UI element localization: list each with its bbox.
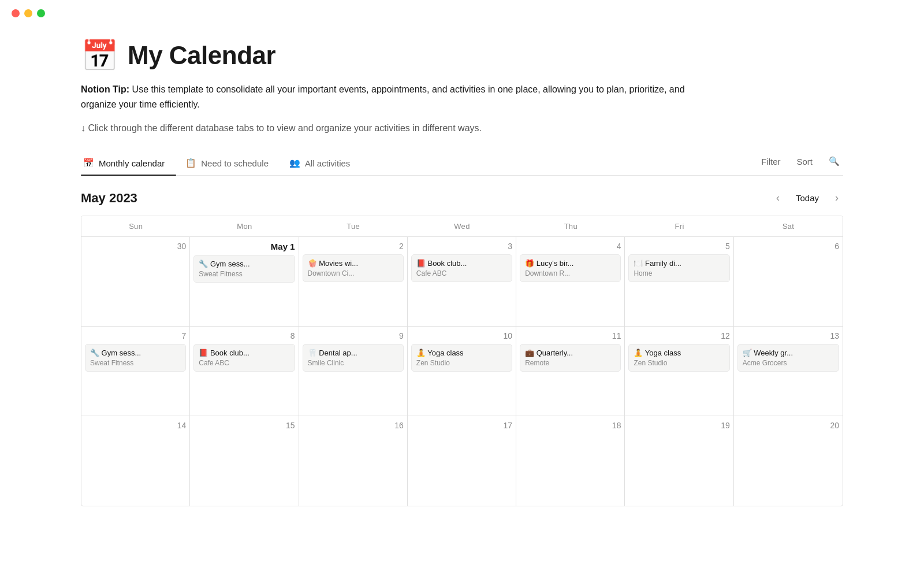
date-may9: 9 [303, 331, 404, 340]
cal-cell-may20: 20 [734, 416, 843, 506]
main-content: 📅 My Calendar Notion Tip: Use this templ… [0, 17, 924, 529]
day-sun: Sun [81, 216, 190, 236]
tab-monthly-label: Monthly calendar [99, 158, 165, 168]
page-header: 📅 My Calendar [81, 40, 843, 71]
date-may14: 14 [85, 421, 186, 430]
cal-cell-may8: 8 📕 Book club... Cafe ABC [190, 327, 299, 416]
tab-need-to-schedule[interactable]: 📋 Need to schedule [183, 152, 280, 175]
event-title-bookclub-may8: 📕 Book club... [199, 349, 289, 357]
event-loc-bookclub-may3: Cafe ABC [416, 269, 507, 277]
event-loc-dental: Smile Clinic [308, 359, 398, 367]
minimize-button[interactable] [24, 9, 32, 17]
tabs-left: 📅 Monthly calendar 📋 Need to schedule 👥 … [81, 152, 758, 175]
day-thu: Thu [516, 216, 625, 236]
traffic-lights [12, 9, 45, 17]
event-loc-quarterly: Remote [525, 359, 616, 367]
date-may18: 18 [520, 421, 621, 430]
calendar-month-title: May 2023 [81, 191, 137, 206]
day-mon: Mon [190, 216, 299, 236]
cal-cell-may11: 11 💼 Quarterly... Remote [516, 327, 625, 416]
date-may8: 8 [193, 331, 295, 340]
event-familydinner-may5[interactable]: 🍽️ Family di... Home [628, 254, 729, 282]
event-title-yoga-may12: 🧘 Yoga class [634, 349, 724, 357]
date-may16: 16 [303, 421, 404, 430]
event-title-yoga-may10: 🧘 Yoga class [416, 349, 507, 357]
cal-cell-may2: 2 🍿 Movies wi... Downtown Ci... [299, 237, 408, 327]
calendar-body: 30 May 1 🔧 Gym sess... Sweat Fitness 2 🍿… [81, 237, 843, 506]
notion-tip-label: Notion Tip: [81, 84, 129, 94]
cal-cell-may16: 16 [299, 416, 408, 506]
tab-monthly-calendar[interactable]: 📅 Monthly calendar [81, 152, 176, 175]
filter-button[interactable]: Filter [758, 154, 784, 169]
calendar-nav: ‹ Today › [772, 190, 843, 206]
day-wed: Wed [408, 216, 516, 236]
event-birthday-may4[interactable]: 🎁 Lucy's bir... Downtown R... [520, 254, 621, 282]
schedule-tab-icon: 📋 [185, 158, 196, 168]
calendar-section: May 2023 ‹ Today › Sun Mon Tue Wed Thu F… [81, 176, 843, 506]
notion-tip-text: Use this template to consolidate all you… [81, 84, 685, 109]
sort-button[interactable]: Sort [793, 154, 816, 169]
today-button[interactable]: Today [791, 191, 824, 205]
tabs-right: Filter Sort 🔍 [758, 154, 843, 173]
cal-cell-may1: May 1 🔧 Gym sess... Sweat Fitness [190, 237, 299, 327]
date-may20: 20 [737, 421, 839, 430]
event-loc-yoga-may10: Zen Studio [416, 359, 507, 367]
cal-cell-apr30: 30 [81, 237, 190, 327]
notion-tip: Notion Tip: Use this template to consoli… [81, 82, 716, 112]
event-yoga-may12[interactable]: 🧘 Yoga class Zen Studio [628, 344, 729, 372]
event-loc-familydinner: Home [634, 269, 724, 277]
event-title-grocery: 🛒 Weekly gr... [743, 349, 834, 357]
event-title-gym-may7: 🔧 Gym sess... [90, 349, 181, 357]
prev-month-button[interactable]: ‹ [772, 190, 784, 206]
event-title-familydinner: 🍽️ Family di... [634, 259, 724, 268]
event-dental-may9[interactable]: 🦷 Dental ap... Smile Clinic [303, 344, 404, 372]
event-loc-yoga-may12: Zen Studio [634, 359, 724, 367]
event-bookclub-may8[interactable]: 📕 Book club... Cafe ABC [193, 344, 295, 372]
cal-cell-may4: 4 🎁 Lucy's bir... Downtown R... [516, 237, 625, 327]
tab-schedule-label: Need to schedule [201, 158, 269, 168]
day-sat: Sat [734, 216, 843, 236]
cal-cell-may5: 5 🍽️ Family di... Home [625, 237, 733, 327]
tab-all-activities[interactable]: 👥 All activities [287, 152, 362, 175]
tab-activities-label: All activities [305, 158, 350, 168]
event-loc-birthday: Downtown R... [525, 269, 616, 277]
event-loc-bookclub-may8: Cafe ABC [199, 359, 289, 367]
search-button[interactable]: 🔍 [825, 154, 843, 169]
event-gym-may7[interactable]: 🔧 Gym sess... Sweat Fitness [85, 344, 186, 372]
event-quarterly-may11[interactable]: 💼 Quarterly... Remote [520, 344, 621, 372]
cal-cell-may3: 3 📕 Book club... Cafe ABC [408, 237, 516, 327]
day-tue: Tue [299, 216, 408, 236]
cal-cell-may14: 14 [81, 416, 190, 506]
activities-tab-icon: 👥 [289, 158, 300, 168]
day-fri: Fri [625, 216, 733, 236]
next-month-button[interactable]: › [830, 190, 843, 206]
event-loc-gym-may7: Sweat Fitness [90, 359, 181, 367]
date-may15: 15 [193, 421, 295, 430]
cal-cell-may9: 9 🦷 Dental ap... Smile Clinic [299, 327, 408, 416]
cal-cell-may6: 6 [734, 237, 843, 327]
date-may6: 6 [737, 242, 839, 251]
close-button[interactable] [12, 9, 20, 17]
cal-cell-may15: 15 [190, 416, 299, 506]
event-bookclub-may3[interactable]: 📕 Book club... Cafe ABC [411, 254, 512, 282]
event-grocery-may13[interactable]: 🛒 Weekly gr... Acme Grocers [737, 344, 839, 372]
event-gym-may1[interactable]: 🔧 Gym sess... Sweat Fitness [193, 255, 295, 283]
subtext: ↓ Click through the different database t… [81, 123, 843, 134]
event-title-dental: 🦷 Dental ap... [308, 349, 398, 357]
calendar-grid: Sun Mon Tue Wed Thu Fri Sat 30 May 1 🔧 G… [81, 216, 843, 506]
event-movies-may2[interactable]: 🍿 Movies wi... Downtown Ci... [303, 254, 404, 282]
event-loc-movies: Downtown Ci... [308, 269, 398, 277]
maximize-button[interactable] [37, 9, 45, 17]
calendar-days-header: Sun Mon Tue Wed Thu Fri Sat [81, 216, 843, 237]
tabs-container: 📅 Monthly calendar 📋 Need to schedule 👥 … [81, 152, 843, 176]
event-yoga-may10[interactable]: 🧘 Yoga class Zen Studio [411, 344, 512, 372]
cal-cell-may18: 18 [516, 416, 625, 506]
cal-cell-may10: 10 🧘 Yoga class Zen Studio [408, 327, 516, 416]
date-may19: 19 [628, 421, 729, 430]
date-may4: 4 [520, 242, 621, 251]
titlebar [0, 0, 924, 17]
cal-cell-may13: 13 🛒 Weekly gr... Acme Grocers [734, 327, 843, 416]
event-loc-grocery: Acme Grocers [743, 359, 834, 367]
cal-cell-may17: 17 [408, 416, 516, 506]
date-may7: 7 [85, 331, 186, 340]
